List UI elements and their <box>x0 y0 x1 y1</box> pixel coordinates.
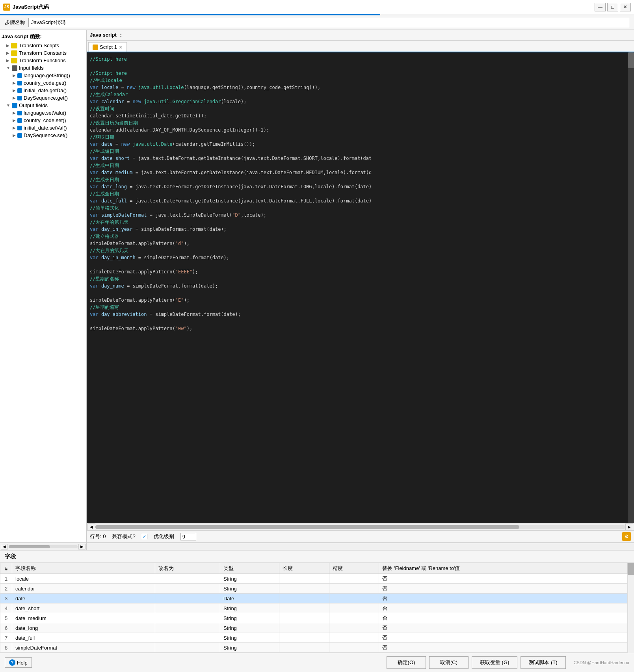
tree-item-input-fields[interactable]: ▼ Input fields <box>0 64 86 72</box>
chevron-right-icon: ▶ <box>6 43 9 48</box>
test-script-button[interactable]: 测试脚本 (T) <box>521 656 565 669</box>
table-row[interactable]: 7 date_full String 否 <box>0 633 628 643</box>
output-group-icon <box>12 103 17 108</box>
compat-checkbox-area[interactable]: ✓ <box>142 534 147 539</box>
tree-item-initial-date-get[interactable]: ▶ initial_date.getDa() <box>0 87 86 94</box>
cell-num: 1 <box>0 574 12 584</box>
cell-precision <box>329 584 379 594</box>
cancel-button[interactable]: 取消(C) <box>429 656 469 669</box>
col-header-type: 类型 <box>220 563 279 574</box>
scroll-left-arrow[interactable]: ◀ <box>87 523 95 531</box>
fields-table-area: # 字段名称 改名为 类型 长度 精度 替换 'Fieldname' 或 'Re… <box>0 563 628 653</box>
script-tab-bar: Script 1 ✕ <box>87 41 634 52</box>
tree-item-transform-scripts[interactable]: ▶ Transform Scripts <box>0 42 86 49</box>
script-tab-icon <box>93 45 98 50</box>
tree-item-transform-constants[interactable]: ▶ Transform Constants <box>0 49 86 57</box>
field-icon <box>17 81 22 85</box>
window-title: JavaScript代码 <box>13 4 49 11</box>
title-bar-controls: — □ ✕ <box>595 3 631 11</box>
opt-level-input[interactable] <box>180 533 196 540</box>
tree-item-initial-date-set[interactable]: ▶ initial_date.setVal() <box>0 124 86 132</box>
close-button[interactable]: ✕ <box>620 3 631 11</box>
table-row[interactable]: 8 simpleDateFormat String 否 <box>0 643 628 653</box>
cell-name: date_full <box>12 633 155 643</box>
table-row[interactable]: 3 date Date 否 <box>0 594 628 603</box>
script-bottom-bar: 行号: 0 兼容模式? ✓ 优化级别 ⚙ <box>87 530 634 542</box>
editor-hscrollbar[interactable]: ◀ ▶ <box>87 523 634 530</box>
chevron-down-icon: ▼ <box>6 66 10 70</box>
main-content: Java script 函数: ▶ Transform Scripts ▶ Tr… <box>0 30 634 543</box>
top-progress-bar <box>0 14 380 15</box>
fields-table-scroll: # 字段名称 改名为 类型 长度 精度 替换 'Fieldname' 或 'Re… <box>0 563 634 653</box>
tree-item-country-code-get[interactable]: ▶ country_code.get() <box>0 79 86 87</box>
table-row[interactable]: 4 date_short String 否 <box>0 603 628 613</box>
cell-rename <box>155 623 220 633</box>
left-panel: Java script 函数: ▶ Transform Scripts ▶ Tr… <box>0 30 87 542</box>
step-name-label: 步骤名称 <box>5 19 25 26</box>
chevron-right-icon: ▶ <box>13 81 16 85</box>
tree-label: country_code.set() <box>24 117 66 123</box>
step-name-bar: 步骤名称 <box>0 15 634 30</box>
tree-item-daysequence-set[interactable]: ▶ DaySequence.set() <box>0 132 86 139</box>
top-progress <box>0 14 634 15</box>
script-tab-close[interactable]: ✕ <box>119 45 123 50</box>
confirm-button[interactable]: 确定(O) <box>387 656 426 669</box>
get-vars-button[interactable]: 获取变量 (G) <box>472 656 517 669</box>
scroll-right-arrow[interactable]: ▶ <box>625 523 633 531</box>
script-tab-1[interactable]: Script 1 ✕ <box>88 42 127 52</box>
cell-type: String <box>220 643 279 653</box>
chevron-right-icon: ▶ <box>13 96 16 100</box>
cell-type: String <box>220 574 279 584</box>
left-hscroll-area[interactable]: ◀ ▶ <box>0 543 87 550</box>
cell-length <box>279 623 329 633</box>
cell-precision <box>329 633 379 643</box>
cell-num: 3 <box>0 594 12 603</box>
step-name-input[interactable] <box>28 18 629 27</box>
tree-item-transform-functions[interactable]: ▶ Transform Functions <box>0 57 86 64</box>
watermark: CSDN @HardHardHardenna <box>574 660 629 665</box>
field-icon <box>17 96 22 100</box>
fields-vscrollbar[interactable] <box>628 563 634 653</box>
row-number: 行号: 0 <box>90 533 106 540</box>
cell-name: date_long <box>12 623 155 633</box>
cell-length <box>279 603 329 613</box>
help-button[interactable]: ? Help <box>5 657 32 668</box>
left-scroll-left[interactable]: ◀ <box>1 544 8 549</box>
cell-type: String <box>220 633 279 643</box>
table-row[interactable]: 2 calendar String 否 <box>0 584 628 594</box>
left-scroll-right[interactable]: ▶ <box>78 544 86 549</box>
right-hscroll-spacer <box>87 543 634 550</box>
table-row[interactable]: 5 date_medium String 否 <box>0 613 628 623</box>
cell-replace: 否 <box>379 584 628 594</box>
cell-num: 5 <box>0 613 12 623</box>
tree-item-output-fields[interactable]: ▼ Output fields <box>0 102 86 109</box>
compat-checkbox[interactable]: ✓ <box>142 534 147 539</box>
table-row[interactable]: 6 date_long String 否 <box>0 623 628 633</box>
field-icon <box>17 73 22 78</box>
editor-vscrollbar[interactable] <box>628 52 634 523</box>
left-panel-hscroll[interactable]: ◀ ▶ <box>0 543 634 550</box>
folder-icon <box>11 43 17 48</box>
cell-precision <box>329 623 379 633</box>
tree-item-daysequence-get[interactable]: ▶ DaySequence.get() <box>0 94 86 102</box>
cell-rename <box>155 633 220 643</box>
chevron-right-icon: ▶ <box>13 111 16 115</box>
cell-precision <box>329 574 379 584</box>
tree-label: Input fields <box>19 65 44 71</box>
hscroll-track[interactable] <box>95 525 625 529</box>
cell-type: String <box>220 623 279 633</box>
tree-item-country-code-set[interactable]: ▶ country_code.set() <box>0 117 86 124</box>
table-row[interactable]: 1 locale String 否 <box>0 574 628 584</box>
settings-icon[interactable]: ⚙ <box>622 532 631 541</box>
compat-label: 兼容模式? <box>112 533 135 540</box>
cell-replace: 否 <box>379 613 628 623</box>
code-editor[interactable]: //Script here //Script here //生成locale v… <box>87 52 628 523</box>
tree-item-language-set[interactable]: ▶ language.setValu() <box>0 109 86 117</box>
opt-level-label: 优化级别 <box>154 533 174 540</box>
left-scroll-track[interactable] <box>9 545 78 548</box>
maximize-button[interactable]: □ <box>607 3 618 11</box>
cell-precision <box>329 643 379 653</box>
minimize-button[interactable]: — <box>595 3 606 11</box>
tree-item-language-get[interactable]: ▶ language.getString() <box>0 72 86 79</box>
input-group-icon <box>12 65 17 71</box>
